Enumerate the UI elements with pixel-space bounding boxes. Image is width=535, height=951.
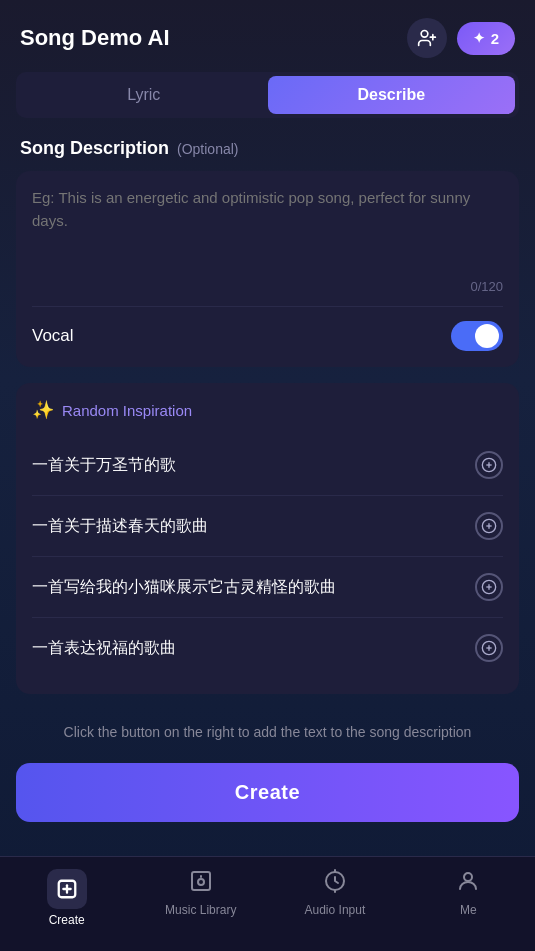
inspiration-text: 一首关于万圣节的歌 xyxy=(32,455,463,476)
divider xyxy=(32,306,503,307)
nav-label-me: Me xyxy=(460,903,477,917)
header-actions: ✦ 2 xyxy=(407,18,515,58)
inspiration-text: 一首关于描述春天的歌曲 xyxy=(32,516,463,537)
svg-rect-18 xyxy=(192,872,210,890)
add-inspiration-button-1[interactable] xyxy=(475,451,503,479)
tab-lyric[interactable]: Lyric xyxy=(20,76,268,114)
create-button[interactable]: Create xyxy=(16,763,519,822)
vocal-toggle[interactable] xyxy=(451,321,503,351)
inspiration-title: Random Inspiration xyxy=(62,402,192,419)
list-item[interactable]: 一首关于万圣节的歌 xyxy=(32,435,503,496)
section-title-text: Song Description xyxy=(20,138,169,159)
magic-wand-icon: ✨ xyxy=(32,399,54,421)
list-item[interactable]: 一首表达祝福的歌曲 xyxy=(32,618,503,678)
add-user-button[interactable] xyxy=(407,18,447,58)
list-item[interactable]: 一首写给我的小猫咪展示它古灵精怪的歌曲 xyxy=(32,557,503,618)
credits-count: 2 xyxy=(491,30,499,47)
description-card: 0/120 Vocal xyxy=(16,171,519,367)
add-inspiration-button-3[interactable] xyxy=(475,573,503,601)
char-count: 0/120 xyxy=(32,271,503,306)
bottom-nav: Create Music Library Audio Input xyxy=(0,856,535,951)
nav-label-music-library: Music Library xyxy=(165,903,236,917)
inspiration-text: 一首写给我的小猫咪展示它古灵精怪的歌曲 xyxy=(32,577,463,598)
vocal-row: Vocal xyxy=(32,321,503,351)
tab-bar: Lyric Describe xyxy=(16,72,519,118)
music-library-icon xyxy=(189,869,213,899)
create-nav-icon xyxy=(47,869,87,909)
inspiration-header: ✨ Random Inspiration xyxy=(32,399,503,421)
optional-label: (Optional) xyxy=(177,141,238,157)
nav-item-audio-input[interactable]: Audio Input xyxy=(300,869,370,927)
nav-item-create[interactable]: Create xyxy=(32,869,102,927)
star-icon: ✦ xyxy=(473,30,485,46)
helper-text: Click the button on the right to add the… xyxy=(0,710,535,763)
vocal-label: Vocal xyxy=(32,326,74,346)
app-title: Song Demo AI xyxy=(20,25,170,51)
nav-label-create: Create xyxy=(49,913,85,927)
nav-label-audio-input: Audio Input xyxy=(305,903,366,917)
credits-button[interactable]: ✦ 2 xyxy=(457,22,515,55)
nav-item-music-library[interactable]: Music Library xyxy=(165,869,236,927)
section-title: Song Description (Optional) xyxy=(0,138,535,171)
app-header: Song Demo AI ✦ 2 xyxy=(0,0,535,72)
svg-point-0 xyxy=(421,31,428,38)
add-inspiration-button-4[interactable] xyxy=(475,634,503,662)
list-item[interactable]: 一首关于描述春天的歌曲 xyxy=(32,496,503,557)
svg-point-19 xyxy=(198,879,204,885)
me-icon xyxy=(456,869,480,899)
inspiration-card: ✨ Random Inspiration 一首关于万圣节的歌 一首关于描述春天的… xyxy=(16,383,519,694)
nav-item-me[interactable]: Me xyxy=(433,869,503,927)
tab-describe[interactable]: Describe xyxy=(268,76,516,114)
audio-input-icon xyxy=(323,869,347,899)
add-inspiration-button-2[interactable] xyxy=(475,512,503,540)
svg-point-24 xyxy=(464,873,472,881)
description-input[interactable] xyxy=(32,187,503,267)
inspiration-text: 一首表达祝福的歌曲 xyxy=(32,638,463,659)
